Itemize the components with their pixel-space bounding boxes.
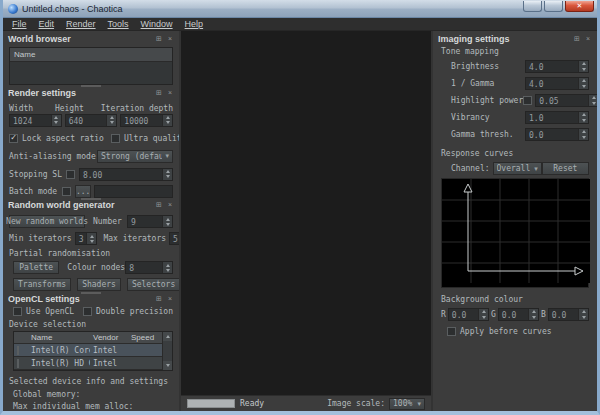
- use-opencl-label: Use OpenCL: [26, 307, 83, 316]
- scroll-up-icon[interactable]: [163, 332, 172, 341]
- apply-before-curves-checkbox[interactable]: [447, 327, 456, 336]
- dock-float-close-icons[interactable]: ⊞ ×: [574, 35, 592, 43]
- response-curve-editor[interactable]: [441, 178, 589, 288]
- new-random-worlds-button[interactable]: New random worlds: [9, 215, 85, 228]
- double-precision-checkbox[interactable]: [83, 307, 92, 316]
- selected-device-info-label: Selected device info and settings: [9, 377, 168, 386]
- menu-bar: File Edit Render Tools Window Help: [3, 18, 597, 31]
- red-spinbox[interactable]: 0.0: [448, 308, 489, 321]
- table-scrollbar[interactable]: [162, 332, 172, 370]
- lock-aspect-ratio-checkbox[interactable]: ✓: [9, 134, 18, 143]
- app-window: Untitled.chaos - Chaotica ✕ File Edit Re…: [0, 0, 600, 415]
- max-mem-alloc-label: Max individual mem alloc:: [13, 402, 133, 411]
- menu-tools[interactable]: Tools: [103, 19, 134, 29]
- minimize-button[interactable]: [523, 1, 542, 12]
- colour-nodes-label: Colour nodes: [67, 263, 125, 272]
- curve-graph: [442, 179, 590, 283]
- blue-spinbox[interactable]: 0.0: [548, 308, 589, 321]
- chevron-down-icon: ▾: [417, 400, 421, 408]
- min-iterators-spinbox[interactable]: 3: [75, 232, 98, 245]
- window-title: Untitled.chaos - Chaotica: [22, 4, 523, 14]
- brightness-label: Brightness: [451, 62, 525, 71]
- width-label: Width: [9, 104, 55, 113]
- reset-curves-button[interactable]: Reset: [542, 162, 589, 175]
- vibrancy-label: Vibrancy: [451, 113, 525, 122]
- min-iterators-label: Min iterators: [9, 234, 72, 243]
- menu-window[interactable]: Window: [136, 19, 178, 29]
- colour-nodes-spinbox[interactable]: 8: [125, 261, 173, 274]
- dock-float-close-icons[interactable]: ⊞ ×: [156, 35, 174, 43]
- left-dock-panel: World browser ⊞ × Name Render settings ⊞…: [3, 31, 181, 411]
- highlight-power-spinbox[interactable]: 0.05: [535, 94, 597, 107]
- stopping-sl-checkbox[interactable]: [66, 170, 75, 179]
- image-scale-dropdown[interactable]: 100% ▾: [389, 398, 425, 410]
- menu-render[interactable]: Render: [61, 19, 101, 29]
- brightness-spinbox[interactable]: 4.0: [525, 60, 589, 73]
- ultra-quality-label: Ultra quality: [124, 134, 181, 143]
- world-list-body[interactable]: [10, 62, 172, 84]
- chevron-down-icon: ▾: [534, 165, 538, 173]
- maximize-button[interactable]: [544, 1, 563, 12]
- gamma-thresh-spinbox[interactable]: 0.0: [525, 128, 589, 141]
- anti-aliasing-mode-dropdown[interactable]: Strong (default) ▾: [97, 150, 173, 163]
- batch-mode-label: Batch mode: [9, 187, 57, 196]
- gamma-thresh-label: Gamma thresh.: [451, 130, 525, 139]
- menu-edit[interactable]: Edit: [34, 19, 60, 29]
- dock-float-close-icons[interactable]: ⊞ ×: [156, 295, 174, 303]
- world-browser-list[interactable]: Name: [9, 47, 173, 85]
- render-canvas[interactable]: [181, 31, 431, 395]
- selectors-button[interactable]: Selectors: [127, 278, 180, 291]
- tone-mapping-label: Tone mapping: [441, 47, 499, 56]
- batch-path-input[interactable]: [94, 185, 173, 198]
- gamma-label: 1 / Gamma: [451, 79, 525, 88]
- green-spinbox[interactable]: 0.0: [498, 308, 539, 321]
- iteration-depth-spinbox[interactable]: 10000: [120, 114, 173, 127]
- use-opencl-checkbox[interactable]: [13, 307, 22, 316]
- height-spinbox[interactable]: 640: [65, 114, 118, 127]
- red-label: R: [441, 310, 446, 319]
- device-table-header[interactable]: Name Vendor Speed: [14, 332, 162, 344]
- table-row[interactable]: Intel(R) Core(TM)... Intel: [14, 344, 162, 357]
- image-scale-label: Image scale:: [327, 399, 385, 408]
- vibrancy-spinbox[interactable]: 1.0: [525, 111, 589, 124]
- global-memory-label: Global memory:: [13, 390, 80, 399]
- palette-button[interactable]: Palette: [13, 261, 59, 274]
- dock-float-close-icons[interactable]: ⊞ ×: [156, 201, 174, 209]
- menu-file[interactable]: File: [7, 19, 32, 29]
- iteration-depth-label: Iteration depth: [101, 104, 173, 113]
- close-button[interactable]: ✕: [565, 1, 594, 12]
- dock-float-close-icons[interactable]: ⊞ ×: [156, 89, 174, 97]
- render-progress-bar: [187, 399, 235, 408]
- title-bar[interactable]: Untitled.chaos - Chaotica ✕: [3, 0, 597, 18]
- green-label: G: [491, 310, 496, 319]
- number-spinbox[interactable]: 9: [127, 215, 173, 228]
- lock-aspect-ratio-label: Lock aspect ratio: [22, 134, 104, 143]
- batch-mode-checkbox[interactable]: [62, 187, 71, 196]
- scroll-down-icon[interactable]: [163, 361, 172, 370]
- batch-browse-button[interactable]: ...: [75, 185, 91, 198]
- table-row[interactable]: Intel(R) HD Grap... Intel: [14, 357, 162, 370]
- status-text: Ready: [240, 399, 322, 408]
- device-checkbox[interactable]: [17, 359, 19, 368]
- device-table[interactable]: Name Vendor Speed Intel(R) Core(TM)... I…: [13, 331, 173, 371]
- menu-help[interactable]: Help: [180, 19, 209, 29]
- shaders-button[interactable]: Shaders: [77, 278, 121, 291]
- highlight-power-checkbox[interactable]: [523, 96, 532, 105]
- ultra-quality-checkbox[interactable]: [111, 134, 120, 143]
- chevron-down-icon: ▾: [165, 152, 169, 160]
- gamma-spinbox[interactable]: 4.0: [525, 77, 589, 90]
- device-checkbox[interactable]: [17, 346, 19, 355]
- width-spinbox[interactable]: 1024: [9, 114, 62, 127]
- world-list-name-header[interactable]: Name: [10, 48, 172, 62]
- apply-before-curves-label: Apply before curves: [460, 327, 552, 336]
- channel-dropdown[interactable]: Overall ▾: [493, 162, 542, 175]
- imaging-settings-title: Imaging settings: [438, 34, 510, 44]
- max-iterators-spinbox[interactable]: 5: [169, 232, 181, 245]
- height-label: Height: [55, 104, 101, 113]
- stopping-sl-spinbox[interactable]: 8.00: [79, 168, 173, 181]
- transforms-button[interactable]: Transforms: [13, 278, 71, 291]
- background-colour-label: Background colour: [441, 295, 523, 304]
- render-settings-title: Render settings: [8, 88, 76, 98]
- response-curves-label: Response curves: [441, 149, 513, 158]
- random-world-generator-title: Random world generator: [8, 200, 115, 210]
